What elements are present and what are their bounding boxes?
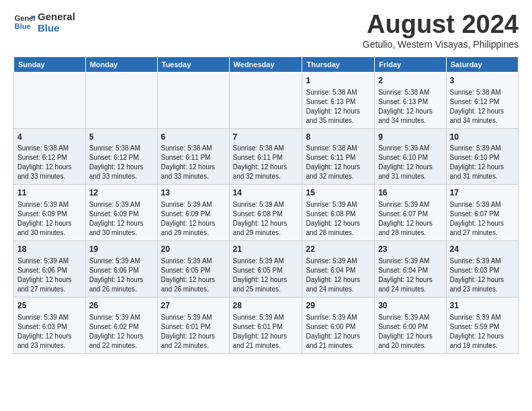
day-cell: 12Sunrise: 5:39 AMSunset: 6:09 PMDayligh…	[85, 185, 157, 241]
day-number: 8	[306, 132, 371, 143]
day-info-line: Daylight: 12 hours	[306, 107, 371, 116]
day-number: 10	[450, 132, 515, 143]
day-info-line: Sunset: 6:06 PM	[89, 266, 154, 275]
day-info-line: and 29 minutes.	[161, 228, 226, 238]
day-info-line: and 28 minutes.	[306, 228, 371, 238]
day-number: 31	[450, 300, 515, 312]
day-info-line: Sunset: 6:12 PM	[450, 97, 515, 107]
day-info-line: Sunrise: 5:39 AM	[233, 257, 299, 266]
day-info-line: Sunrise: 5:39 AM	[450, 144, 515, 153]
week-row-5: 25Sunrise: 5:39 AMSunset: 6:03 PMDayligh…	[14, 297, 519, 353]
day-number: 18	[17, 244, 82, 255]
day-cell: 3Sunrise: 5:38 AMSunset: 6:12 PMDaylight…	[446, 72, 518, 128]
day-info-line: Daylight: 12 hours	[233, 163, 299, 172]
day-info-line: and 34 minutes.	[450, 116, 515, 126]
day-info-line: and 26 minutes.	[89, 285, 154, 294]
location-subtitle: Getulio, Western Visayas, Philippines	[363, 39, 519, 50]
day-info-line: and 33 minutes.	[161, 172, 226, 181]
day-cell: 31Sunrise: 5:39 AMSunset: 5:59 PMDayligh…	[446, 297, 518, 353]
day-number: 3	[450, 75, 515, 87]
day-info-line: Daylight: 12 hours	[306, 163, 371, 172]
day-info-line: and 25 minutes.	[233, 285, 299, 294]
day-info-line: and 33 minutes.	[17, 172, 82, 181]
day-info-line: Sunset: 6:03 PM	[17, 322, 82, 332]
day-info-line: and 32 minutes.	[306, 172, 371, 181]
calendar-body: 1Sunrise: 5:38 AMSunset: 6:13 PMDaylight…	[14, 72, 519, 353]
day-cell: 2Sunrise: 5:38 AMSunset: 6:13 PMDaylight…	[375, 72, 446, 128]
day-cell: 19Sunrise: 5:39 AMSunset: 6:06 PMDayligh…	[85, 241, 157, 298]
title-block: August 2024 Getulio, Western Visayas, Ph…	[363, 11, 519, 50]
day-info-line: and 28 minutes.	[378, 228, 442, 238]
header-cell-tuesday: Tuesday	[157, 56, 229, 72]
day-number: 25	[17, 300, 82, 312]
day-cell: 23Sunrise: 5:39 AMSunset: 6:04 PMDayligh…	[375, 241, 446, 298]
header-cell-saturday: Saturday	[446, 56, 518, 72]
day-info-line: Sunrise: 5:38 AM	[306, 88, 371, 97]
logo-line1: General	[38, 11, 75, 22]
day-number: 16	[378, 187, 442, 199]
day-info-line: Sunset: 6:07 PM	[378, 210, 442, 219]
day-info-line: and 21 minutes.	[233, 341, 299, 351]
day-cell: 7Sunrise: 5:38 AMSunset: 6:11 PMDaylight…	[229, 128, 302, 185]
day-number: 7	[233, 132, 299, 143]
header-cell-thursday: Thursday	[302, 56, 375, 72]
calendar-header: SundayMondayTuesdayWednesdayThursdayFrid…	[14, 56, 519, 72]
header-cell-friday: Friday	[375, 56, 446, 72]
day-cell: 25Sunrise: 5:39 AMSunset: 6:03 PMDayligh…	[14, 297, 86, 353]
day-info-line: Daylight: 12 hours	[306, 332, 371, 341]
day-number: 28	[233, 300, 299, 312]
day-info-line: Sunset: 5:59 PM	[450, 322, 515, 332]
svg-text:Blue: Blue	[15, 22, 31, 30]
day-cell: 21Sunrise: 5:39 AMSunset: 6:05 PMDayligh…	[229, 241, 302, 298]
day-info-line: Sunrise: 5:38 AM	[378, 88, 442, 97]
day-info-line: and 21 minutes.	[306, 341, 371, 351]
day-info-line: Sunset: 6:11 PM	[161, 153, 226, 163]
week-row-1: 1Sunrise: 5:38 AMSunset: 6:13 PMDaylight…	[14, 72, 519, 128]
day-number: 21	[233, 244, 299, 255]
day-number: 26	[89, 300, 154, 312]
day-info-line: Daylight: 12 hours	[450, 163, 515, 172]
day-info-line: Daylight: 12 hours	[378, 275, 442, 285]
day-info-line: Sunset: 6:13 PM	[378, 97, 442, 107]
day-info-line: Sunset: 6:11 PM	[233, 153, 299, 163]
day-info-line: Sunrise: 5:38 AM	[306, 144, 371, 153]
day-info-line: Sunset: 6:12 PM	[89, 153, 154, 163]
day-cell	[85, 72, 157, 128]
day-info-line: Sunset: 6:12 PM	[17, 153, 82, 163]
day-info-line: and 33 minutes.	[89, 172, 154, 181]
day-info-line: and 23 minutes.	[450, 285, 515, 294]
day-number: 20	[161, 244, 226, 255]
day-number: 22	[306, 244, 371, 255]
day-number: 30	[378, 300, 442, 312]
month-title: August 2024	[363, 11, 519, 39]
day-info-line: and 19 minutes.	[450, 341, 515, 351]
day-info-line: Sunset: 6:06 PM	[17, 266, 82, 275]
day-info-line: Sunset: 6:08 PM	[233, 210, 299, 219]
day-number: 9	[378, 132, 442, 143]
day-info-line: Daylight: 12 hours	[89, 275, 154, 285]
day-info-line: Daylight: 12 hours	[450, 219, 515, 228]
day-info-line: Sunrise: 5:39 AM	[450, 313, 515, 322]
day-info-line: Sunset: 6:04 PM	[378, 266, 442, 275]
day-cell: 26Sunrise: 5:39 AMSunset: 6:02 PMDayligh…	[85, 297, 157, 353]
day-cell: 29Sunrise: 5:39 AMSunset: 6:00 PMDayligh…	[302, 297, 375, 353]
day-cell: 8Sunrise: 5:38 AMSunset: 6:11 PMDaylight…	[302, 128, 375, 185]
day-info-line: Daylight: 12 hours	[89, 219, 154, 228]
day-number: 24	[450, 244, 515, 255]
day-number: 11	[17, 187, 82, 199]
day-info-line: Sunrise: 5:39 AM	[378, 144, 442, 153]
calendar-table: SundayMondayTuesdayWednesdayThursdayFrid…	[13, 56, 519, 354]
week-row-3: 11Sunrise: 5:39 AMSunset: 6:09 PMDayligh…	[14, 185, 519, 241]
header: General Blue General Blue August 2024 Ge…	[13, 11, 519, 50]
day-info-line: Sunset: 6:01 PM	[233, 322, 299, 332]
day-info-line: Daylight: 12 hours	[89, 163, 154, 172]
day-info-line: Sunrise: 5:39 AM	[17, 200, 82, 210]
day-info-line: Sunrise: 5:38 AM	[233, 144, 299, 153]
day-info-line: Daylight: 12 hours	[17, 163, 82, 172]
day-cell: 17Sunrise: 5:39 AMSunset: 6:07 PMDayligh…	[446, 185, 518, 241]
logo-line2: Blue	[38, 22, 75, 34]
day-cell: 10Sunrise: 5:39 AMSunset: 6:10 PMDayligh…	[446, 128, 518, 185]
day-info-line: Sunrise: 5:39 AM	[233, 313, 299, 322]
day-cell: 16Sunrise: 5:39 AMSunset: 6:07 PMDayligh…	[375, 185, 446, 241]
day-info-line: Sunrise: 5:38 AM	[450, 88, 515, 97]
